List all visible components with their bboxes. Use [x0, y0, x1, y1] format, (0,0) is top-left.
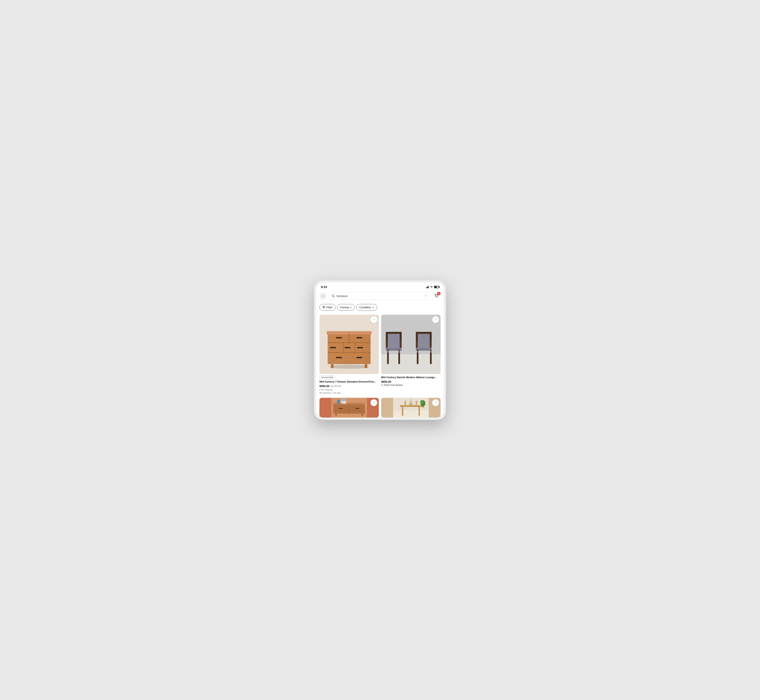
product-card-2[interactable]: ♡ Mid Century Danish Modern Walnut Loung… — [381, 315, 440, 394]
svg-rect-1 — [427, 287, 428, 288]
product-info-2: Mid Century Danish Modern Walnut Lounge.… — [381, 376, 440, 386]
direct-brand-label: Direct from Brand — [384, 384, 403, 386]
svg-rect-54 — [387, 349, 389, 361]
svg-rect-0 — [426, 288, 427, 288]
svg-rect-2 — [428, 286, 428, 288]
svg-line-6 — [334, 297, 335, 297]
product-card-1[interactable]: ♡ SPONSORED Mid-Century 7 Drawer Standar… — [320, 315, 379, 394]
price-row-2: $850.00 — [381, 380, 440, 383]
products-grid: ♡ SPONSORED Mid-Century 7 Drawer Standar… — [316, 313, 444, 398]
svg-point-78 — [420, 400, 423, 404]
price-current-2: $850.00 — [381, 380, 391, 383]
shipping-text-1: Free shipping — [320, 388, 379, 391]
heart-icon-4: ♡ — [434, 401, 437, 405]
svg-rect-43 — [400, 341, 401, 347]
product-meta-1: Free shipping 96 watching, 119 sold — [320, 388, 379, 395]
filter-label: Filter — [326, 306, 332, 309]
bottom-products-grid: ♡ — [316, 398, 444, 417]
svg-rect-62 — [339, 408, 343, 409]
svg-rect-63 — [356, 408, 359, 409]
svg-point-8 — [437, 297, 437, 298]
filter-button[interactable]: Filter — [320, 304, 335, 311]
search-bar[interactable]: furniture ♡ — [329, 292, 430, 300]
svg-rect-41 — [386, 332, 401, 334]
wifi-icon — [430, 286, 433, 288]
svg-point-7 — [436, 297, 436, 298]
svg-rect-57 — [430, 349, 432, 361]
svg-point-13 — [329, 365, 369, 369]
product-image-container-1: ♡ — [320, 315, 379, 374]
phone-frame: 9:15 — [314, 280, 446, 420]
condition-label: Condition — [359, 306, 371, 309]
svg-rect-3 — [428, 286, 429, 288]
svg-rect-25 — [345, 347, 351, 348]
wishlist-button-4[interactable]: ♡ — [432, 399, 439, 406]
watching-text-1: 96 watching, 119 sold — [320, 391, 379, 395]
condition-button[interactable]: Condition ∨ — [356, 304, 377, 311]
svg-rect-38 — [386, 333, 401, 346]
search-query-text: furniture — [337, 294, 423, 298]
format-button[interactable]: Format ∨ — [337, 304, 355, 311]
cart-badge: 9 — [437, 292, 440, 295]
heart-icon-1: ♡ — [373, 318, 375, 322]
status-time: 9:15 — [321, 285, 327, 289]
heart-icon-3: ♡ — [373, 401, 375, 405]
svg-rect-55 — [398, 349, 400, 361]
status-bar: 9:15 — [316, 283, 444, 290]
dining-image — [381, 398, 440, 417]
svg-rect-52 — [416, 341, 418, 347]
signal-icon — [426, 286, 429, 288]
battery-icon — [434, 286, 439, 288]
cart-button[interactable]: 9 — [432, 292, 440, 300]
price-row-1: $950.00 $1,000.00 — [320, 384, 379, 388]
svg-rect-51 — [416, 332, 432, 334]
format-chevron-icon: ∨ — [350, 306, 352, 309]
condition-chevron-icon: ∨ — [372, 306, 374, 309]
svg-rect-30 — [365, 364, 367, 368]
svg-rect-48 — [416, 333, 432, 346]
product-title-2: Mid Century Danish Modern Walnut Lounge.… — [381, 376, 440, 379]
svg-rect-28 — [356, 357, 362, 358]
phone-content: 9:15 — [316, 283, 444, 417]
svg-rect-22 — [336, 337, 342, 339]
svg-point-81 — [409, 401, 412, 403]
svg-rect-23 — [356, 337, 362, 339]
svg-rect-72 — [402, 407, 403, 416]
svg-rect-66 — [337, 400, 340, 404]
product-title-1: Mid-Century 7 Drawer Standard Dresser/Ch… — [320, 380, 379, 384]
bottom-product-2[interactable]: ♡ — [381, 398, 440, 417]
filter-bar: Filter Format ∨ Condition ∨ — [316, 302, 444, 313]
sponsored-badge: SPONSORED — [320, 376, 335, 379]
price-current-1: $950.00 — [320, 384, 329, 388]
svg-rect-73 — [418, 407, 420, 416]
svg-point-4 — [431, 288, 432, 288]
product-image-container-2: ♡ — [381, 315, 440, 374]
heart-icon-2: ♡ — [434, 318, 437, 322]
search-wishlist-icon[interactable]: ♡ — [424, 294, 427, 298]
svg-rect-68 — [342, 399, 346, 401]
bottom-product-1[interactable]: ♡ — [320, 398, 379, 417]
svg-rect-53 — [430, 341, 432, 347]
svg-rect-26 — [357, 347, 363, 348]
svg-rect-64 — [335, 414, 337, 416]
svg-rect-65 — [361, 414, 363, 416]
phone-inner: 9:15 — [316, 283, 444, 417]
battery-fill — [435, 286, 437, 288]
filter-icon — [323, 306, 325, 309]
back-chevron-icon: ‹ — [323, 294, 323, 298]
format-label: Format — [340, 306, 349, 309]
chairs-image — [381, 315, 440, 374]
search-section: ‹ furniture ♡ 9 — [316, 290, 444, 302]
svg-rect-27 — [336, 357, 342, 358]
direct-brand: ⊙ Direct from Brand — [381, 384, 440, 386]
svg-rect-75 — [415, 401, 417, 406]
svg-rect-56 — [417, 349, 418, 361]
dresser-image — [320, 315, 379, 374]
svg-rect-29 — [331, 364, 334, 368]
svg-rect-24 — [330, 347, 336, 348]
sideboard-image — [320, 398, 379, 417]
wishlist-button-3[interactable]: ♡ — [370, 399, 377, 406]
search-icon — [332, 294, 335, 298]
verified-icon: ⊙ — [381, 384, 383, 386]
back-button[interactable]: ‹ — [320, 292, 327, 300]
